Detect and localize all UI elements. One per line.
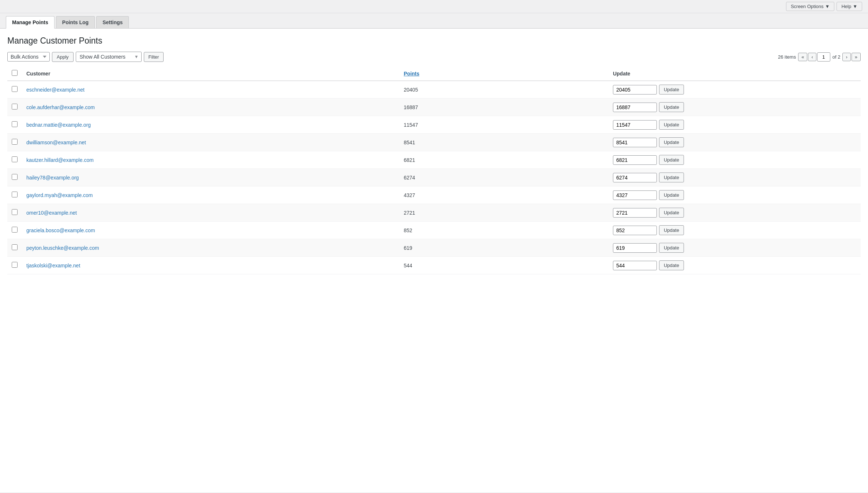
total-pages: of 2 bbox=[833, 54, 841, 60]
customer-email-link[interactable]: graciela.bosco@example.com bbox=[26, 227, 95, 233]
table-row: omer10@example.net2721Update bbox=[7, 204, 861, 222]
update-cell: Update bbox=[609, 204, 861, 222]
tab-bar: Manage Points Points Log Settings bbox=[0, 13, 868, 29]
update-button[interactable]: Update bbox=[659, 155, 684, 165]
row-checkbox[interactable] bbox=[12, 121, 18, 127]
customer-email-link[interactable]: bednar.mattie@example.org bbox=[26, 122, 91, 128]
row-checkbox[interactable] bbox=[12, 139, 18, 145]
points-cell: 16887 bbox=[399, 99, 609, 116]
customer-email-cell: eschneider@example.net bbox=[22, 81, 399, 99]
prev-page-button[interactable]: ‹ bbox=[808, 53, 816, 61]
customer-email-cell: peyton.leuschke@example.com bbox=[22, 239, 399, 257]
customer-email-link[interactable]: hailey78@example.org bbox=[26, 175, 79, 181]
row-checkbox[interactable] bbox=[12, 156, 18, 162]
customer-email-link[interactable]: cole.aufderhar@example.com bbox=[26, 104, 95, 110]
customer-email-cell: dwilliamson@example.net bbox=[22, 134, 399, 151]
points-cell: 6274 bbox=[399, 169, 609, 186]
row-checkbox-cell bbox=[7, 186, 22, 204]
filter-button[interactable]: Filter bbox=[144, 52, 164, 62]
tab-points-log[interactable]: Points Log bbox=[56, 16, 95, 28]
table-row: bednar.mattie@example.org11547Update bbox=[7, 116, 861, 134]
update-button[interactable]: Update bbox=[659, 137, 684, 147]
customer-email-link[interactable]: tjaskolski@example.net bbox=[26, 263, 80, 268]
help-button[interactable]: Help ▼ bbox=[837, 2, 862, 11]
points-cell: 11547 bbox=[399, 116, 609, 134]
last-page-button[interactable]: » bbox=[852, 53, 861, 61]
update-cell: Update bbox=[609, 134, 861, 151]
points-header[interactable]: Points bbox=[399, 66, 609, 81]
table-row: tjaskolski@example.net544Update bbox=[7, 257, 861, 274]
points-cell: 8541 bbox=[399, 134, 609, 151]
table-row: gaylord.myah@example.com4327Update bbox=[7, 186, 861, 204]
tab-settings[interactable]: Settings bbox=[96, 16, 129, 28]
screen-options-button[interactable]: Screen Options ▼ bbox=[786, 2, 834, 11]
table-header-row: Customer Points Update bbox=[7, 66, 861, 81]
update-cell: Update bbox=[609, 239, 861, 257]
update-input[interactable] bbox=[613, 208, 657, 218]
next-page-button[interactable]: › bbox=[842, 53, 850, 61]
customer-email-cell: bednar.mattie@example.org bbox=[22, 116, 399, 134]
row-checkbox[interactable] bbox=[12, 174, 18, 180]
row-checkbox[interactable] bbox=[12, 104, 18, 110]
row-checkbox[interactable] bbox=[12, 209, 18, 215]
update-input[interactable] bbox=[613, 226, 657, 235]
update-input[interactable] bbox=[613, 103, 657, 112]
apply-button[interactable]: Apply bbox=[52, 52, 74, 62]
customer-email-cell: graciela.bosco@example.com bbox=[22, 222, 399, 239]
update-button[interactable]: Update bbox=[659, 225, 684, 235]
customer-email-link[interactable]: gaylord.myah@example.com bbox=[26, 192, 93, 198]
update-button[interactable]: Update bbox=[659, 85, 684, 94]
row-checkbox[interactable] bbox=[12, 262, 18, 268]
update-cell: Update bbox=[609, 186, 861, 204]
bulk-actions-select[interactable]: Bulk Actions bbox=[7, 52, 50, 62]
update-button[interactable]: Update bbox=[659, 173, 684, 182]
row-checkbox-cell bbox=[7, 169, 22, 186]
customer-email-cell: gaylord.myah@example.com bbox=[22, 186, 399, 204]
table-row: hailey78@example.org6274Update bbox=[7, 169, 861, 186]
update-input[interactable] bbox=[613, 138, 657, 147]
update-button[interactable]: Update bbox=[659, 102, 684, 112]
row-checkbox-cell bbox=[7, 257, 22, 274]
row-checkbox[interactable] bbox=[12, 244, 18, 250]
row-checkbox[interactable] bbox=[12, 86, 18, 92]
main-content: Manage Customer Points Bulk Actions Appl… bbox=[0, 29, 868, 492]
customer-filter-wrapper: Show All Customers ▼ bbox=[76, 52, 142, 62]
update-button[interactable]: Update bbox=[659, 243, 684, 253]
update-button[interactable]: Update bbox=[659, 190, 684, 200]
customer-filter-select[interactable]: Show All Customers bbox=[76, 52, 142, 62]
update-button[interactable]: Update bbox=[659, 208, 684, 218]
row-checkbox-cell bbox=[7, 99, 22, 116]
current-page-input[interactable] bbox=[817, 52, 830, 62]
points-cell: 852 bbox=[399, 222, 609, 239]
customer-email-link[interactable]: kautzer.hillard@example.com bbox=[26, 157, 94, 163]
customer-email-link[interactable]: dwilliamson@example.net bbox=[26, 140, 86, 145]
update-input[interactable] bbox=[613, 261, 657, 270]
update-button[interactable]: Update bbox=[659, 260, 684, 270]
pagination: « ‹ of 2 › » bbox=[798, 52, 861, 62]
update-input[interactable] bbox=[613, 243, 657, 253]
customer-email-link[interactable]: eschneider@example.net bbox=[26, 87, 85, 93]
select-all-header bbox=[7, 66, 22, 81]
row-checkbox[interactable] bbox=[12, 227, 18, 233]
update-input[interactable] bbox=[613, 155, 657, 165]
update-input[interactable] bbox=[613, 173, 657, 182]
update-input[interactable] bbox=[613, 120, 657, 130]
update-input[interactable] bbox=[613, 85, 657, 94]
select-all-checkbox[interactable] bbox=[12, 70, 18, 76]
update-cell: Update bbox=[609, 222, 861, 239]
update-header: Update bbox=[609, 66, 861, 81]
customer-email-link[interactable]: omer10@example.net bbox=[26, 210, 77, 216]
customer-email-link[interactable]: peyton.leuschke@example.com bbox=[26, 245, 99, 251]
update-button[interactable]: Update bbox=[659, 120, 684, 130]
page-title: Manage Customer Points bbox=[7, 36, 861, 46]
update-input[interactable] bbox=[613, 190, 657, 200]
table-row: peyton.leuschke@example.com619Update bbox=[7, 239, 861, 257]
table-row: kautzer.hillard@example.com6821Update bbox=[7, 151, 861, 169]
tab-manage-points[interactable]: Manage Points bbox=[6, 16, 55, 29]
update-cell: Update bbox=[609, 81, 861, 99]
row-checkbox-cell bbox=[7, 134, 22, 151]
row-checkbox[interactable] bbox=[12, 192, 18, 197]
top-bar: Screen Options ▼ Help ▼ bbox=[0, 0, 868, 13]
first-page-button[interactable]: « bbox=[798, 53, 807, 61]
table-row: eschneider@example.net20405Update bbox=[7, 81, 861, 99]
